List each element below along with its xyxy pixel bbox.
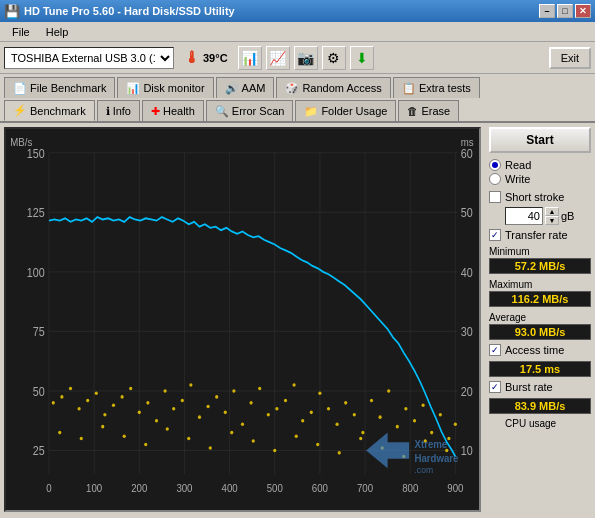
svg-point-67 — [275, 407, 278, 411]
average-stat: Average 93.0 MB/s — [489, 312, 591, 340]
drive-selector[interactable]: TOSHIBA External USB 3.0 (1000 gB) — [4, 47, 174, 69]
tab-info[interactable]: ℹ Info — [97, 100, 140, 121]
svg-point-73 — [327, 407, 330, 411]
svg-point-91 — [101, 425, 104, 429]
toolbar-btn-1[interactable]: 📊 — [238, 46, 262, 70]
svg-text:20: 20 — [461, 385, 473, 398]
access-time-box: ✓ — [489, 344, 501, 356]
svg-point-83 — [413, 419, 416, 423]
svg-point-62 — [232, 389, 235, 393]
tab-erase[interactable]: 🗑 Erase — [398, 100, 459, 121]
access-time-value: 17.5 ms — [489, 361, 591, 377]
toolbar-btn-4[interactable]: ⚙ — [322, 46, 346, 70]
svg-point-79 — [378, 415, 381, 419]
temperature-display: 🌡 39°C — [178, 47, 234, 69]
tab-file-benchmark[interactable]: 📄 File Benchmark — [4, 77, 115, 98]
access-time-checkbox[interactable]: ✓ Access time — [489, 344, 591, 356]
svg-point-88 — [454, 422, 457, 426]
svg-point-65 — [258, 387, 261, 391]
toolbar-btn-download[interactable]: ⬇ — [350, 46, 374, 70]
toolbar-btn-3[interactable]: 📷 — [294, 46, 318, 70]
svg-text:ms: ms — [461, 136, 474, 148]
window-controls[interactable]: – □ ✕ — [539, 4, 591, 18]
gB-spinbox[interactable] — [505, 207, 543, 225]
svg-point-58 — [198, 415, 201, 419]
svg-text:25: 25 — [33, 445, 45, 458]
svg-point-80 — [387, 389, 390, 393]
svg-point-47 — [103, 413, 106, 417]
start-button[interactable]: Start — [489, 127, 591, 153]
transfer-rate-checkbox[interactable]: ✓ Transfer rate — [489, 229, 591, 241]
tab-random-access[interactable]: 🎲 Random Access — [276, 77, 390, 98]
svg-text:0: 0 — [46, 483, 52, 495]
burst-rate-box: ✓ — [489, 381, 501, 393]
svg-text:60: 60 — [461, 147, 473, 160]
exit-button[interactable]: Exit — [549, 47, 591, 69]
svg-point-68 — [284, 399, 287, 403]
tab-folder-usage[interactable]: 📁 Folder Usage — [295, 100, 396, 121]
short-stroke-box — [489, 191, 501, 203]
burst-rate-stat: 83.9 MB/s — [489, 398, 591, 414]
svg-text:300: 300 — [176, 483, 192, 495]
svg-point-44 — [77, 407, 80, 411]
benchmark-chart: 150 125 100 75 50 25 MB/s 60 50 40 30 20… — [6, 129, 479, 510]
tab-extra-tests[interactable]: 📋 Extra tests — [393, 77, 480, 98]
toolbar-btn-2[interactable]: 📈 — [266, 46, 290, 70]
svg-point-59 — [206, 405, 209, 409]
svg-point-96 — [209, 446, 212, 450]
menu-file[interactable]: File — [4, 24, 38, 40]
svg-text:150: 150 — [27, 147, 45, 160]
app-icon: 💾 — [4, 4, 20, 19]
svg-text:50: 50 — [33, 385, 45, 398]
svg-point-43 — [69, 387, 72, 391]
tabs-top: 📄 File Benchmark 📊 Disk monitor 🔊 AAM 🎲 … — [0, 74, 595, 98]
menu-help[interactable]: Help — [38, 24, 77, 40]
svg-point-95 — [187, 437, 190, 441]
titlebar: 💾 HD Tune Pro 5.60 - Hard Disk/SSD Utili… — [0, 0, 595, 22]
svg-text:125: 125 — [27, 207, 45, 220]
svg-point-84 — [421, 403, 424, 407]
svg-point-53 — [155, 419, 158, 423]
tab-error-scan[interactable]: 🔍 Error Scan — [206, 100, 294, 121]
close-button[interactable]: ✕ — [575, 4, 591, 18]
svg-point-61 — [224, 411, 227, 415]
burst-rate-checkbox[interactable]: ✓ Burst rate — [489, 381, 591, 393]
gB-spinbox-row: ▲ ▼ gB — [505, 207, 591, 225]
short-stroke-checkbox[interactable]: Short stroke — [489, 191, 591, 203]
tabs-bottom: ⚡ Benchmark ℹ Info ✚ Health 🔍 Error Scan… — [0, 98, 595, 122]
tab-benchmark[interactable]: ⚡ Benchmark — [4, 100, 95, 121]
extra-tests-icon: 📋 — [402, 82, 416, 95]
spin-up-button[interactable]: ▲ — [545, 207, 559, 216]
tab-health[interactable]: ✚ Health — [142, 100, 204, 121]
erase-icon: 🗑 — [407, 105, 418, 117]
svg-point-69 — [292, 383, 295, 387]
svg-point-87 — [447, 437, 450, 441]
svg-point-51 — [138, 411, 141, 415]
svg-point-82 — [404, 407, 407, 411]
svg-point-85 — [430, 431, 433, 435]
svg-point-90 — [80, 437, 83, 441]
tab-disk-monitor[interactable]: 📊 Disk monitor — [117, 77, 213, 98]
svg-text:75: 75 — [33, 326, 45, 339]
spin-down-button[interactable]: ▼ — [545, 216, 559, 225]
error-scan-icon: 🔍 — [215, 105, 229, 118]
svg-point-42 — [60, 395, 63, 399]
tab-aam[interactable]: 🔊 AAM — [216, 77, 275, 98]
svg-point-50 — [129, 387, 132, 391]
svg-text:100: 100 — [27, 266, 45, 279]
maximize-button[interactable]: □ — [557, 4, 573, 18]
maximum-stat: Maximum 116.2 MB/s — [489, 279, 591, 307]
svg-text:500: 500 — [267, 483, 283, 495]
svg-point-64 — [249, 401, 252, 405]
svg-point-52 — [146, 401, 149, 405]
main-content: 150 125 100 75 50 25 MB/s 60 50 40 30 20… — [0, 122, 595, 516]
svg-point-92 — [123, 434, 126, 438]
svg-point-78 — [370, 399, 373, 403]
minimize-button[interactable]: – — [539, 4, 555, 18]
window-title: HD Tune Pro 5.60 - Hard Disk/SSD Utility — [24, 5, 539, 17]
write-radio[interactable]: Write — [489, 173, 591, 185]
svg-point-100 — [295, 434, 298, 438]
read-radio[interactable]: Read — [489, 159, 591, 171]
access-time-stat: 17.5 ms — [489, 361, 591, 377]
svg-point-72 — [318, 392, 321, 396]
